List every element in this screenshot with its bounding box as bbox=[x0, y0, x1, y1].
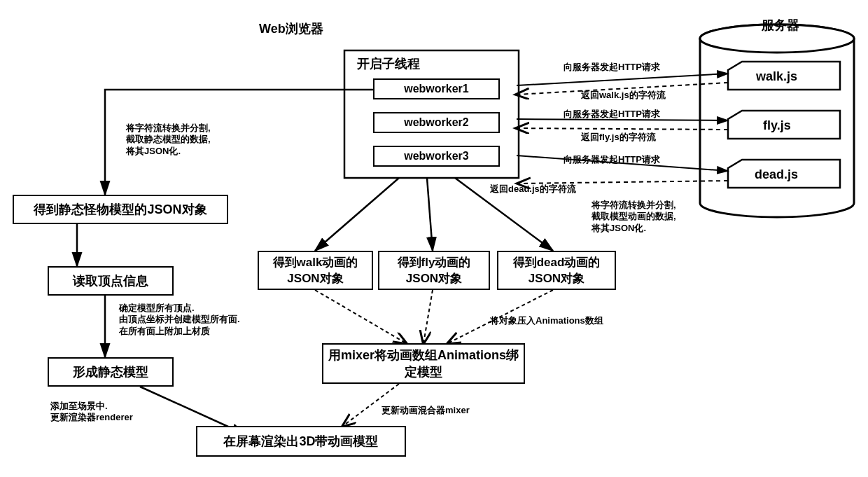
static-json-box: 得到静态怪物模型的JSON对象 bbox=[13, 195, 228, 224]
svg-line-16 bbox=[424, 290, 433, 343]
http-req-2: 向服务器发起HTTP请求 bbox=[564, 109, 660, 120]
add-scene-note: 添加至场景中. 更新渲染器renderer bbox=[50, 401, 133, 424]
mixer-box: 用mixer将动画数组Animations绑定模型 bbox=[322, 343, 525, 384]
dead-json-box: 得到dead动画的JSON对象 bbox=[497, 251, 616, 290]
svg-line-3 bbox=[517, 74, 728, 85]
form-static-box: 形成静态模型 bbox=[48, 357, 174, 387]
split-anim-note: 将字符流转换并分割, 截取模型动画的数据, 将其JSON化. bbox=[592, 200, 676, 234]
svg-line-12 bbox=[315, 178, 399, 251]
http-req-1: 向服务器发起HTTP请求 bbox=[564, 62, 660, 73]
fly-json-box: 得到fly动画的JSON对象 bbox=[378, 251, 490, 290]
split-static-note: 将字符流转换并分割, 截取静态模型的数据, 将其JSON化. bbox=[126, 123, 211, 157]
walk-json-box: 得到walk动画的JSON对象 bbox=[258, 251, 373, 290]
thread-title: 开启子线程 bbox=[357, 56, 420, 72]
http-req-3: 向服务器发起HTTP请求 bbox=[564, 154, 660, 165]
webworker3-box: webworker3 bbox=[373, 146, 500, 167]
ret-fly: 返回fly.js的字符流 bbox=[581, 132, 656, 143]
update-mixer-note: 更新动画混合器mixer bbox=[382, 405, 470, 416]
push-anim-note: 将对象压入Animations数组 bbox=[490, 315, 603, 326]
web-browser-label: Web浏览器 bbox=[259, 21, 323, 37]
server-label: 服务器 bbox=[762, 18, 799, 34]
webworker1-box: webworker1 bbox=[373, 78, 500, 99]
walk-js-label: walk.js bbox=[756, 69, 797, 85]
ret-walk: 返回walk.js的字符流 bbox=[581, 90, 666, 101]
render-3d-box: 在屏幕渲染出3D带动画模型 bbox=[196, 426, 406, 457]
vertex-note: 确定模型所有顶点. 由顶点坐标并创建模型所有面. 在所有面上附加上材质 bbox=[119, 303, 240, 337]
ret-dead: 返回dead.js的字符流 bbox=[490, 184, 576, 195]
svg-line-6 bbox=[517, 128, 728, 130]
svg-line-13 bbox=[427, 178, 433, 251]
dead-js-label: dead.js bbox=[755, 167, 798, 183]
webworker2-box: webworker2 bbox=[373, 112, 500, 133]
read-vertex-box: 读取顶点信息 bbox=[48, 266, 174, 296]
fly-js-label: fly.js bbox=[763, 118, 791, 134]
svg-line-15 bbox=[315, 290, 406, 343]
